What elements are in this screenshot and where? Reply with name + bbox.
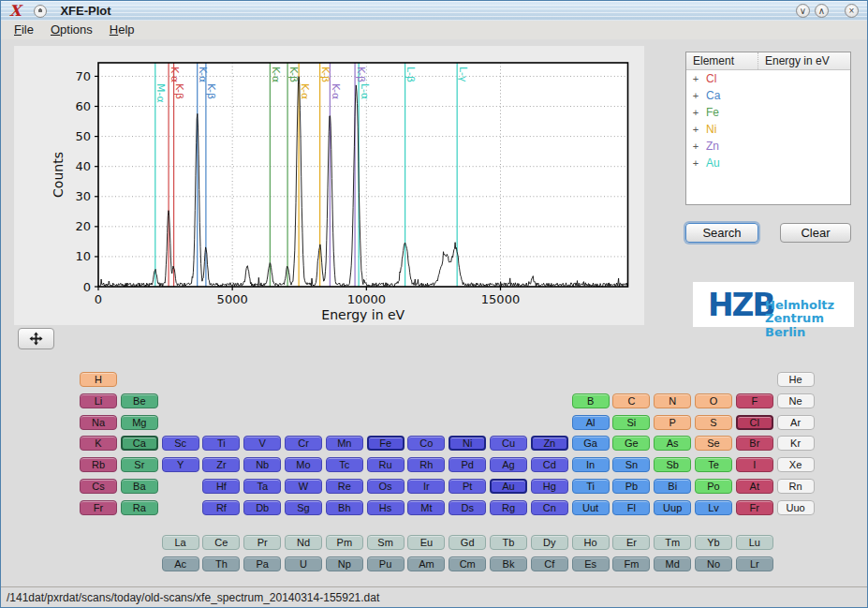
element-sm[interactable]: Sm [367, 535, 405, 550]
element-pb[interactable]: Pb [612, 479, 650, 494]
minimize-button[interactable]: ∨ [796, 4, 810, 18]
element-cf[interactable]: Cf [531, 556, 568, 571]
element-f[interactable]: F [736, 393, 773, 408]
element-lr[interactable]: Lr [736, 556, 773, 571]
element-np[interactable]: Np [326, 556, 363, 571]
element-i[interactable]: I [736, 457, 773, 472]
element-pa[interactable]: Pa [243, 556, 281, 571]
element-yb[interactable]: Yb [695, 535, 732, 550]
element-co[interactable]: Co [407, 436, 445, 451]
element-br[interactable]: Br [736, 436, 773, 451]
element-y[interactable]: Y [162, 457, 199, 472]
element-ar[interactable]: Ar [777, 415, 815, 430]
menu-item-file[interactable]: File [6, 21, 42, 39]
element-rg[interactable]: Rg [490, 500, 527, 515]
tree-rows[interactable]: +Cl+Ca+Fe+Ni+Zn+Au [686, 70, 850, 171]
element-na[interactable]: Na [80, 415, 117, 430]
expander-icon[interactable]: + [691, 90, 700, 101]
element-zn[interactable]: Zn [531, 436, 568, 451]
element-hg[interactable]: Hg [531, 479, 568, 494]
element-cs[interactable]: Cs [80, 479, 117, 494]
element-ga[interactable]: Ga [572, 436, 610, 451]
element-al[interactable]: Al [572, 415, 610, 430]
element-gd[interactable]: Gd [449, 535, 486, 550]
tree-header[interactable]: Element Energy in eV [686, 52, 850, 70]
maximize-button[interactable]: ∧ [815, 4, 829, 18]
clear-button[interactable]: Clear [780, 223, 851, 243]
element-ti[interactable]: Ti [572, 479, 610, 494]
element-eu[interactable]: Eu [407, 535, 445, 550]
menu-item-help[interactable]: Help [101, 21, 143, 39]
element-w[interactable]: W [285, 479, 322, 494]
element-in[interactable]: In [572, 457, 610, 472]
element-li[interactable]: Li [80, 393, 117, 408]
element-bi[interactable]: Bi [654, 479, 691, 494]
element-pr[interactable]: Pr [243, 535, 281, 550]
element-ra[interactable]: Ra [121, 500, 158, 515]
element-pd[interactable]: Pd [449, 457, 486, 472]
element-xe[interactable]: Xe [777, 457, 815, 472]
element-kr[interactable]: Kr [777, 436, 815, 451]
element-am[interactable]: Am [407, 556, 445, 571]
element-be[interactable]: Be [121, 393, 158, 408]
element-ce[interactable]: Ce [202, 535, 240, 550]
element-nd[interactable]: Nd [285, 535, 322, 550]
expander-icon[interactable]: + [691, 107, 700, 118]
element-rf[interactable]: Rf [202, 500, 240, 515]
expander-icon[interactable]: + [691, 73, 700, 84]
element-tc[interactable]: Tc [326, 457, 363, 472]
element-sr[interactable]: Sr [121, 457, 158, 472]
tree-item-fe[interactable]: +Fe [686, 104, 850, 121]
element-db[interactable]: Db [243, 500, 281, 515]
tree-item-ni[interactable]: +Ni [686, 121, 850, 138]
tree-header-element[interactable]: Element [686, 52, 758, 69]
element-ac[interactable]: Ac [162, 556, 199, 571]
tree-item-zn[interactable]: +Zn [686, 138, 850, 155]
element-pm[interactable]: Pm [326, 535, 363, 550]
menu-item-options[interactable]: Options [42, 21, 101, 39]
element-ge[interactable]: Ge [612, 436, 650, 451]
element-v[interactable]: V [243, 436, 281, 451]
element-ir[interactable]: Ir [407, 479, 445, 494]
element-ag[interactable]: Ag [490, 457, 527, 472]
element-n[interactable]: N [654, 393, 691, 408]
element-fe[interactable]: Fe [367, 436, 405, 451]
element-ds[interactable]: Ds [449, 500, 486, 515]
element-sb[interactable]: Sb [654, 457, 691, 472]
element-he[interactable]: He [777, 372, 815, 387]
element-hf[interactable]: Hf [202, 479, 240, 494]
element-tb[interactable]: Tb [490, 535, 527, 550]
element-lv[interactable]: Lv [695, 500, 732, 515]
element-bh[interactable]: Bh [326, 500, 363, 515]
element-mt[interactable]: Mt [407, 500, 445, 515]
element-k[interactable]: K [80, 436, 117, 451]
element-cd[interactable]: Cd [531, 457, 568, 472]
element-sc[interactable]: Sc [162, 436, 199, 451]
element-si[interactable]: Si [612, 415, 650, 430]
element-rh[interactable]: Rh [407, 457, 445, 472]
element-lu[interactable]: Lu [736, 535, 773, 550]
element-dy[interactable]: Dy [531, 535, 568, 550]
element-fr[interactable]: Fr [736, 500, 773, 515]
element-md[interactable]: Md [654, 556, 691, 571]
element-fl[interactable]: Fl [612, 500, 650, 515]
element-u[interactable]: U [285, 556, 322, 571]
element-uup[interactable]: Uup [654, 500, 691, 515]
element-ne[interactable]: Ne [777, 393, 815, 408]
element-ca[interactable]: Ca [121, 436, 158, 451]
element-au[interactable]: Au [490, 479, 527, 494]
element-fm[interactable]: Fm [612, 556, 650, 571]
element-pt[interactable]: Pt [449, 479, 486, 494]
element-mn[interactable]: Mn [326, 436, 363, 451]
element-er[interactable]: Er [612, 535, 650, 550]
element-b[interactable]: B [572, 393, 610, 408]
element-rb[interactable]: Rb [80, 457, 117, 472]
element-te[interactable]: Te [695, 457, 732, 472]
element-la[interactable]: La [162, 535, 199, 550]
element-nb[interactable]: Nb [243, 457, 281, 472]
close-button[interactable]: × [845, 4, 859, 18]
tree-item-au[interactable]: +Au [686, 155, 850, 171]
element-h[interactable]: H [80, 372, 117, 387]
tree-item-ca[interactable]: +Ca [686, 87, 850, 104]
element-re[interactable]: Re [326, 479, 363, 494]
